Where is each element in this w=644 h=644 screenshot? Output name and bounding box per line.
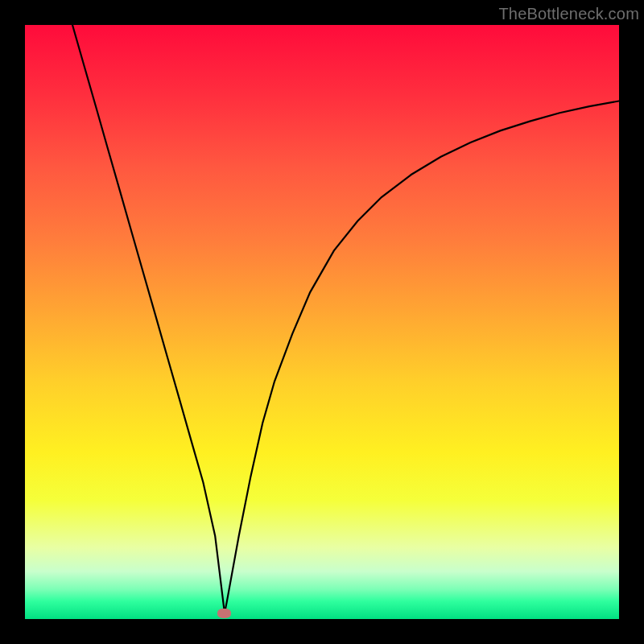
optimal-point-marker	[217, 609, 231, 618]
plot-area	[25, 25, 619, 619]
watermark-text: TheBottleneck.com	[498, 5, 639, 23]
bottleneck-curve	[25, 25, 619, 619]
chart-container: TheBottleneck.com	[0, 0, 644, 644]
